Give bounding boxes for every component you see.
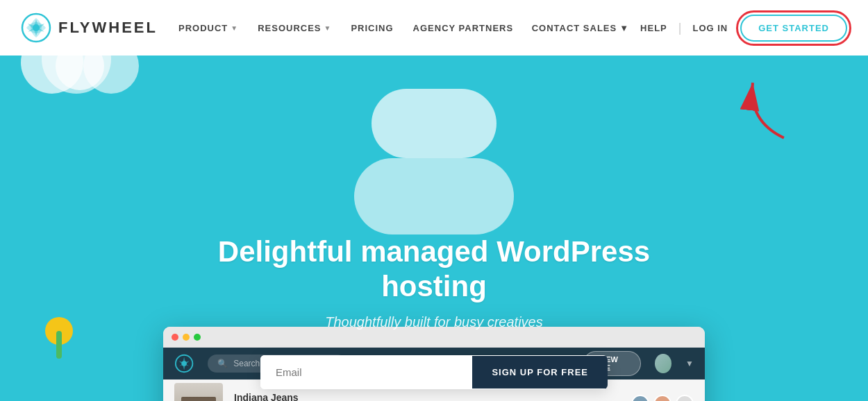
browser-close-dot xyxy=(172,334,178,341)
logo-area[interactable]: FLYWHEEL xyxy=(21,12,158,43)
nav-link-agency[interactable]: AGENCY PARTNERS xyxy=(413,23,514,33)
navbar: FLYWHEEL PRODUCT ▼ RESOURCES ▼ PRICING xyxy=(0,0,868,56)
nav-right-links: CONTACT SALES ▼ HELP | LOG IN xyxy=(532,21,728,35)
nav-item-login[interactable]: LOG IN xyxy=(692,23,728,33)
hero-signup-form: SIGN UP FOR FREE xyxy=(260,355,608,389)
add-member-button[interactable]: + xyxy=(676,395,694,401)
nav-item-product[interactable]: PRODUCT ▼ xyxy=(178,23,238,33)
hero-content: Delightful managed WordPress hosting Tho… xyxy=(191,234,677,401)
get-started-button[interactable]: GET STARTED xyxy=(740,15,847,42)
cloud-decoration-right xyxy=(354,158,514,234)
nav-item-pricing[interactable]: PRICING xyxy=(351,23,393,33)
hero-title: Delightful managed WordPress hosting xyxy=(191,234,677,305)
nav-link-resources[interactable]: RESOURCES ▼ xyxy=(258,23,331,33)
nav-item-help[interactable]: HELP xyxy=(640,23,667,33)
navbar-right: CONTACT SALES ▼ HELP | LOG IN GET STARTE… xyxy=(532,15,847,42)
chevron-down-icon: ▼ xyxy=(324,24,332,32)
logo-text: FLYWHEEL xyxy=(58,19,158,37)
arrow-annotation xyxy=(726,76,788,155)
flywheel-logo-icon xyxy=(21,12,51,43)
email-input[interactable] xyxy=(260,355,472,389)
cloud-decoration-left xyxy=(372,89,496,158)
hero-subtitle: Thoughtfully built for busy creatives xyxy=(191,314,677,330)
chevron-down-icon: ▼ xyxy=(231,24,238,32)
nav-link-contact-sales[interactable]: CONTACT SALES ▼ xyxy=(532,23,629,33)
nav-item-agency[interactable]: AGENCY PARTNERS xyxy=(413,23,514,33)
user-menu-icon[interactable]: ▼ xyxy=(685,359,694,368)
arrow-icon xyxy=(715,68,799,161)
hero-section: Delightful managed WordPress hosting Tho… xyxy=(0,56,868,401)
nav-link-product[interactable]: PRODUCT ▼ xyxy=(178,23,238,33)
nav-links: PRODUCT ▼ RESOURCES ▼ PRICING AGENCY PAR… xyxy=(178,23,513,33)
nav-link-login[interactable]: LOG IN xyxy=(692,23,728,33)
browser-minimize-dot xyxy=(183,334,190,341)
nav-link-pricing[interactable]: PRICING xyxy=(351,23,393,33)
nav-link-help[interactable]: HELP xyxy=(640,23,667,33)
sun-decoration xyxy=(38,303,80,359)
chevron-down-icon: ▼ xyxy=(619,23,629,33)
navbar-left: FLYWHEEL PRODUCT ▼ RESOURCES ▼ PRICING xyxy=(21,12,513,43)
nav-divider: | xyxy=(678,21,682,35)
sun-stem xyxy=(56,331,62,359)
nav-item-contact-sales[interactable]: CONTACT SALES ▼ xyxy=(532,23,629,33)
signup-button[interactable]: SIGN UP FOR FREE xyxy=(472,356,608,389)
nav-item-resources[interactable]: RESOURCES ▼ xyxy=(258,23,331,33)
